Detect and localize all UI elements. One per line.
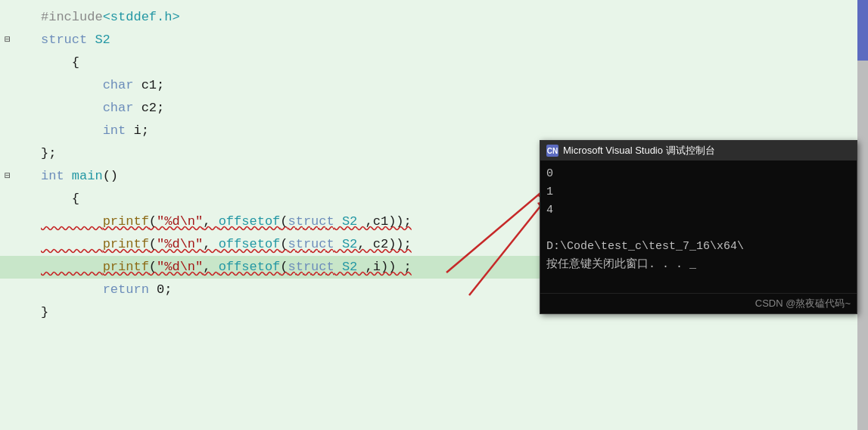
token-kw-offsetof: offsetof <box>219 214 281 229</box>
scrollbar-thumb[interactable] <box>857 0 868 61</box>
token-normal: } <box>41 305 48 319</box>
token-kw-directive: #include <box>41 10 103 24</box>
console-line <box>546 220 851 238</box>
token-normal: ( <box>149 214 157 229</box>
token-kw-printf: printf <box>103 237 149 251</box>
console-line: 1 <box>546 183 851 201</box>
token-kw-char: char <box>103 101 134 115</box>
line-gutter: ⊟ <box>0 30 38 51</box>
fold-icon[interactable]: ⊟ <box>5 166 11 187</box>
token-normal: ( <box>280 214 288 229</box>
token-normal <box>334 237 342 251</box>
line-content: #include<stddef.h> <box>38 7 868 28</box>
line-content: char c1; <box>38 75 868 96</box>
line-content: char c2; <box>38 98 868 119</box>
token-kw-struct-kw: struct <box>288 260 334 274</box>
token-normal: ( <box>280 237 288 251</box>
token-normal <box>334 260 342 274</box>
token-normal: c1; <box>133 78 164 92</box>
token-normal: { <box>41 55 79 70</box>
console-line: 0 <box>546 165 851 183</box>
token-normal: }; <box>41 146 56 160</box>
squiggly-line: printf("%d\n", offsetof(struct S2 ,i)) ; <box>41 260 412 274</box>
console-window: CN Microsoft Visual Studio 调试控制台 0 1 4 D… <box>540 140 857 314</box>
token-normal: ( <box>149 260 157 274</box>
token-normal: { <box>41 192 79 206</box>
token-normal <box>64 169 72 183</box>
token-kw-main: main <box>72 169 103 183</box>
squiggly-line: printf("%d\n", offsetof(struct S2 ,c1)); <box>41 214 412 229</box>
squiggly-line: printf("%d\n", offsetof(struct S2, c2)); <box>41 237 412 251</box>
console-titlebar: CN Microsoft Visual Studio 调试控制台 <box>540 141 857 160</box>
token-kw-struct-name: S2 <box>342 260 357 274</box>
token-kw-struct-kw: struct <box>288 237 334 251</box>
token-normal: 0; <box>149 282 173 297</box>
token-kw-struct-name: S2 <box>342 237 357 251</box>
token-kw-struct-kw: struct <box>288 214 334 229</box>
token-kw-printf: printf <box>103 214 149 229</box>
token-kw-return: return <box>103 282 149 297</box>
code-line: ⊟struct S2 <box>0 29 868 51</box>
token-normal: i; <box>126 123 149 138</box>
token-normal: , c2)); <box>357 237 411 251</box>
token-normal: , <box>203 260 218 274</box>
token-kw-string: "%d\n" <box>157 214 203 229</box>
console-line: 按任意键关闭此窗口. . . _ <box>546 256 851 274</box>
token-kw-struct-name: S2 <box>342 214 357 229</box>
token-normal: , <box>203 237 218 251</box>
code-line: char c2; <box>0 97 868 120</box>
token-normal: ,i)) ; <box>357 260 411 274</box>
scrollbar[interactable] <box>857 0 868 430</box>
token-normal <box>334 214 342 229</box>
console-app-icon: CN <box>546 145 558 157</box>
token-kw-char: char <box>103 78 134 92</box>
code-line: #include<stddef.h> <box>0 6 868 29</box>
code-editor: #include<stddef.h>⊟struct S2 { char c1; … <box>0 0 868 430</box>
console-footer: CSDN @熬夜磕代码~ <box>540 293 857 313</box>
console-line: D:\Code\test_c\test_7_16\x64\ <box>546 238 851 256</box>
token-normal: ( <box>280 260 288 274</box>
console-body: 0 1 4 D:\Code\test_c\test_7_16\x64\ 按任意键… <box>540 160 857 293</box>
token-normal: ,c1)); <box>357 214 411 229</box>
token-kw-string: "%d\n" <box>157 260 203 274</box>
code-line: { <box>0 51 868 74</box>
token-normal: () <box>103 169 118 183</box>
token-normal: ( <box>149 237 157 251</box>
token-kw-string: "%d\n" <box>157 237 203 251</box>
token-kw-header: <stddef.h> <box>103 10 180 24</box>
fold-icon[interactable]: ⊟ <box>5 30 11 51</box>
token-kw-struct-kw: struct <box>41 33 95 47</box>
token-kw-printf: printf <box>103 260 149 274</box>
token-kw-offsetof: offsetof <box>219 260 281 274</box>
token-kw-int: int <box>103 123 126 138</box>
token-normal: , <box>203 214 218 229</box>
token-normal: c2; <box>133 101 164 115</box>
token-kw-struct-name: S2 <box>95 33 110 47</box>
line-content: int i; <box>38 120 868 142</box>
token-kw-int: int <box>41 169 64 183</box>
line-content: { <box>38 52 868 73</box>
console-line: 4 <box>546 201 851 220</box>
console-title: Microsoft Visual Studio 调试控制台 <box>563 144 715 157</box>
line-gutter: ⊟ <box>0 166 38 187</box>
token-kw-offsetof: offsetof <box>219 237 281 251</box>
code-line: char c1; <box>0 74 868 97</box>
line-content: struct S2 <box>38 30 868 51</box>
code-line: int i; <box>0 120 868 142</box>
